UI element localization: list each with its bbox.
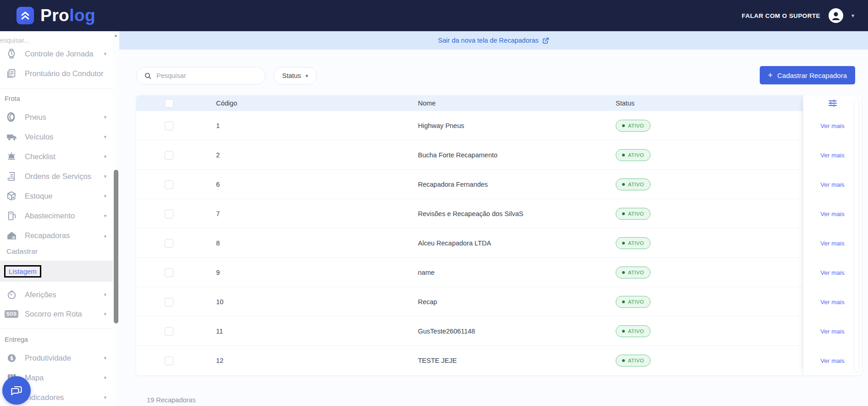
- row-checkbox[interactable]: [165, 239, 173, 248]
- sidebar-item-label: Indicadores: [25, 393, 64, 402]
- status-filter-dropdown[interactable]: Status ▾: [273, 67, 317, 84]
- row-checkbox[interactable]: [165, 268, 173, 277]
- cell-nome: Highway Pneus: [418, 111, 464, 140]
- table-row[interactable]: 1 Highway Pneus ATIVO: [136, 111, 803, 140]
- status-badge-label: ATIVO: [628, 152, 644, 158]
- column-settings-icon[interactable]: [828, 99, 837, 107]
- row-checkbox[interactable]: [165, 210, 173, 218]
- account-menu-caret-icon[interactable]: ▾: [851, 12, 854, 19]
- table-row[interactable]: 9 name ATIVO: [136, 258, 803, 287]
- row-checkbox[interactable]: [165, 356, 173, 365]
- ver-mais-link[interactable]: Ver mais: [820, 181, 845, 188]
- ver-mais-link[interactable]: Ver mais: [820, 152, 845, 159]
- sidebar-subitem-listagem[interactable]: Listagem: [0, 261, 113, 282]
- cell-nome: Recap: [418, 287, 437, 317]
- prolog-logo[interactable]: Prolog: [17, 6, 95, 25]
- ver-mais-link[interactable]: Ver mais: [820, 240, 845, 247]
- sidebar-item-socorro-em-rota[interactable]: SOS Socorro em Rota ▾: [0, 304, 113, 323]
- exit-new-screen-link[interactable]: Sair da nova tela de Recapadoras: [438, 37, 549, 44]
- status-badge-label: ATIVO: [628, 299, 644, 305]
- sidebar-item-prontuario-do-condutor[interactable]: Prontuário do Condutor: [0, 64, 113, 83]
- ver-mais-link[interactable]: Ver mais: [820, 357, 845, 364]
- ver-mais-link[interactable]: Ver mais: [820, 122, 845, 129]
- search-input[interactable]: [156, 72, 253, 79]
- status-badge-label: ATIVO: [628, 358, 644, 363]
- status-dot: [622, 183, 625, 186]
- user-avatar[interactable]: [829, 8, 843, 23]
- external-link-icon: [542, 37, 549, 44]
- column-header-status[interactable]: Status: [616, 95, 634, 111]
- chevron-down-icon: ▾: [104, 173, 106, 179]
- status-badge-label: ATIVO: [628, 328, 644, 334]
- table-row[interactable]: 7 Revisões e Recapeação dos SilvaS ATIVO: [136, 199, 803, 228]
- chat-bubble-icon: [10, 384, 23, 397]
- status-badge: ATIVO: [616, 178, 651, 190]
- brand-secondary: log: [69, 6, 95, 25]
- status-badge: ATIVO: [616, 237, 651, 249]
- table-row[interactable]: 12 TESTE JEJE ATIVO: [136, 346, 803, 375]
- sidebar-divider: [0, 89, 113, 89]
- sidebar-divider: [0, 328, 113, 328]
- status-badge: ATIVO: [616, 355, 651, 367]
- sidebar-item-estoque[interactable]: Estoque ▾: [0, 186, 113, 206]
- sidebar-scrollbar-thumb[interactable]: [114, 170, 118, 323]
- table-row[interactable]: 6 Recapadora Fernandes ATIVO: [136, 170, 803, 199]
- cell-codigo: 10: [216, 287, 223, 317]
- prolog-logo-icon: [17, 7, 34, 24]
- brand-primary: Pro: [40, 6, 69, 25]
- ver-mais-link[interactable]: Ver mais: [820, 328, 845, 335]
- status-badge-label: ATIVO: [628, 182, 644, 187]
- sidebar-item-afericoes[interactable]: Aferições ▾: [0, 285, 113, 304]
- cell-codigo: 6: [216, 170, 220, 199]
- chevron-down-icon: ▾: [104, 154, 106, 160]
- fuel-pump-icon: [5, 211, 18, 221]
- column-header-codigo[interactable]: Código: [216, 95, 237, 111]
- ver-mais-link[interactable]: Ver mais: [820, 211, 845, 217]
- sidebar-item-label: Produtividade: [25, 354, 71, 362]
- row-checkbox[interactable]: [165, 298, 173, 306]
- sidebar-search-placeholder[interactable]: esquisar...: [0, 37, 29, 44]
- sidebar-item-checklist[interactable]: Checklist ▾: [0, 147, 113, 166]
- table-row[interactable]: 10 Recap ATIVO: [136, 287, 803, 317]
- sidebar-subitem-cadastrar[interactable]: Cadastrar: [0, 242, 113, 261]
- ver-mais-link[interactable]: Ver mais: [820, 299, 845, 306]
- status-dot: [622, 330, 625, 333]
- row-checkbox[interactable]: [165, 327, 173, 336]
- row-checkbox[interactable]: [165, 122, 173, 130]
- scroll-up-arrow-icon[interactable]: ▲: [114, 33, 118, 38]
- search-field[interactable]: [136, 67, 266, 84]
- sidebar-item-produtividade[interactable]: $ Produtividade ▾: [0, 348, 113, 367]
- sidebar-scrollbar[interactable]: ▲: [113, 31, 119, 406]
- support-link[interactable]: FALAR COM O SUPORTE: [742, 12, 820, 19]
- status-filter-label: Status: [282, 72, 301, 79]
- cadastrar-recapadora-button[interactable]: + Cadastrar Recapadora: [760, 66, 855, 84]
- recapadoras-table: Código Nome Status 1 Highway Pneus ATIVO…: [136, 95, 862, 375]
- status-dot: [622, 271, 625, 274]
- table-row[interactable]: 11 GusTeste26061148 ATIVO: [136, 317, 803, 346]
- select-all-checkbox[interactable]: [165, 99, 173, 108]
- sidebar-item-pneus[interactable]: Pneus ▾: [0, 107, 113, 127]
- sidebar-item-ordens-de-servicos[interactable]: Ordens de Serviços ▾: [0, 167, 113, 186]
- cell-nome: Revisões e Recapeação dos SilvaS: [418, 199, 523, 228]
- sidebar-item-controle-de-jornada[interactable]: Controle de Jornada ▾: [0, 44, 113, 63]
- table-row[interactable]: 2 Bucha Forte Recapamento ATIVO: [136, 140, 803, 170]
- search-icon: [144, 72, 152, 80]
- status-badge: ATIVO: [616, 149, 651, 161]
- sidebar-subitem-label-active[interactable]: Listagem: [4, 265, 41, 278]
- sidebar-item-veiculos[interactable]: Veículos ▾: [0, 127, 113, 146]
- table-scrollbar[interactable]: [854, 98, 859, 373]
- main-content: Sair da nova tela de Recapadoras Status …: [119, 31, 868, 406]
- ver-mais-link[interactable]: Ver mais: [820, 269, 845, 276]
- table-row[interactable]: 8 Alceu Recapadora LTDA ATIVO: [136, 228, 803, 258]
- cell-nome: Alceu Recapadora LTDA: [418, 228, 491, 258]
- cell-codigo: 12: [216, 346, 223, 375]
- sidebar-item-abastecimento[interactable]: Abastecimento ▾: [0, 206, 113, 225]
- column-header-nome[interactable]: Nome: [418, 95, 436, 111]
- row-checkbox[interactable]: [165, 180, 173, 189]
- chevron-down-icon: ▾: [104, 51, 106, 57]
- sidebar-item-label: Veículos: [25, 133, 53, 141]
- actions-column: Ver mais Ver mais Ver mais Ver mais Ver …: [803, 95, 862, 375]
- chat-fab-button[interactable]: [2, 376, 31, 405]
- row-checkbox[interactable]: [165, 151, 173, 160]
- chevron-down-icon: ▾: [104, 213, 106, 219]
